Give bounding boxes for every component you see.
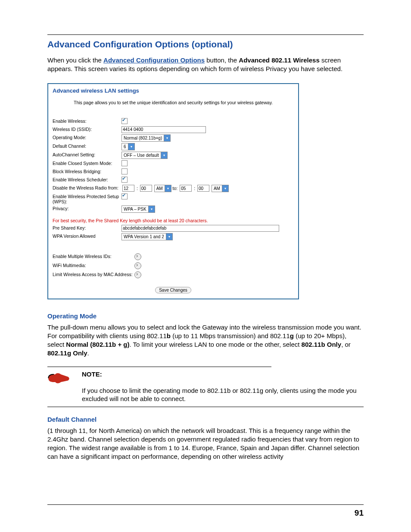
- block-bridging-checkbox[interactable]: [121, 168, 128, 174]
- to-min-input[interactable]: [197, 185, 209, 192]
- to-ampm-value: AM: [212, 186, 222, 191]
- to-label: to:: [173, 186, 178, 191]
- scheduler-checkbox[interactable]: [121, 177, 128, 183]
- label-psk: Pre Shared Key:: [53, 225, 121, 230]
- from-ampm-select[interactable]: AM ▾: [154, 185, 171, 192]
- panel-description: This page allows you to set the unique i…: [53, 100, 294, 105]
- operating-mode-select[interactable]: Normal (802.11b+g) ▾: [121, 134, 171, 142]
- label-default-channel: Default Channel:: [53, 143, 121, 149]
- intro-pre: When you click the: [47, 56, 103, 64]
- operating-mode-value: Normal (802.11b+g): [122, 136, 164, 140]
- label-operating-mode: Operating Mode:: [53, 134, 121, 140]
- privacy-select[interactable]: WPA – PSK ▾: [121, 205, 155, 213]
- from-min-input[interactable]: [140, 185, 152, 192]
- expand-multi-ssid-button[interactable]: [134, 253, 141, 260]
- enable-wireless-checkbox[interactable]: [121, 118, 128, 124]
- default-channel-select[interactable]: 6 ▾: [121, 143, 135, 150]
- privacy-value: WPA – PSK: [122, 207, 148, 212]
- page-number: 91: [355, 508, 364, 517]
- from-hour-input[interactable]: [122, 185, 134, 192]
- operating-mode-paragraph: The pull-down menu allows you to select …: [47, 323, 364, 358]
- label-wps: Enable Wireless Protected Setup (WPS):: [53, 193, 121, 204]
- autochannel-value: OFF – Use default: [122, 153, 161, 158]
- label-multi-ssid: Enable Multiple Wireless IDs:: [53, 253, 134, 259]
- note-text: If you choose to limit the operating mod…: [82, 386, 364, 403]
- chevron-down-icon: ▾: [222, 185, 228, 192]
- to-hour-input[interactable]: [180, 185, 192, 192]
- note-rule-top: [47, 367, 271, 367]
- note-block: NOTE: If you choose to limit the operati…: [47, 367, 364, 407]
- advanced-config-link[interactable]: Advanced Configuration Options: [103, 56, 205, 64]
- wpa-version-value: WPA Version 1 and 2: [122, 234, 166, 239]
- wps-checkbox[interactable]: [121, 193, 128, 199]
- label-wpa-version: WPA Version Allowed: [53, 233, 121, 239]
- expand-wmm-button[interactable]: [134, 262, 141, 269]
- note-rule-bottom: [47, 407, 364, 407]
- page-title: Advanced Configuration Options (optional…: [47, 39, 364, 50]
- autochannel-select[interactable]: OFF – Use default ▾: [121, 152, 168, 159]
- chevron-down-icon: ▾: [166, 233, 172, 240]
- label-mac-limit: Limit Wireless Access by MAC Address:: [53, 271, 134, 277]
- note-label: NOTE:: [82, 370, 364, 378]
- label-block-bridging: Block Wireless Bridging:: [53, 168, 121, 174]
- label-wmm: WiFi Multimedia:: [53, 262, 134, 268]
- ssid-input[interactable]: [121, 126, 206, 133]
- default-channel-paragraph: (1 through 11, for North America) on whi…: [47, 426, 364, 461]
- pointing-hand-icon: [47, 370, 82, 388]
- label-closed-system: Enable Closed System Mode:: [53, 160, 121, 166]
- settings-panel: Advanced wireless LAN settings This page…: [47, 83, 299, 299]
- intro-bold: Advanced 802.11 Wireless: [239, 56, 319, 64]
- chevron-down-icon: ▾: [148, 206, 155, 212]
- top-rule: [47, 34, 364, 35]
- chevron-down-icon: ▾: [165, 185, 171, 192]
- label-scheduler: Enable Wireless Scheduler:: [53, 177, 121, 182]
- save-changes-button[interactable]: Save Changes: [155, 287, 191, 293]
- psk-input[interactable]: [121, 225, 279, 232]
- expand-mac-limit-button[interactable]: [134, 271, 141, 278]
- closed-system-checkbox[interactable]: [121, 160, 128, 166]
- operating-mode-heading: Operating Mode: [47, 312, 364, 320]
- label-ssid: Wireless ID (SSID):: [53, 126, 121, 132]
- security-warning: For best security, the Pre Shared Key le…: [53, 218, 294, 223]
- page-footer: 91: [47, 504, 364, 518]
- default-channel-value: 6: [122, 144, 128, 149]
- panel-title: Advanced wireless LAN settings: [53, 87, 294, 94]
- label-enable-wireless: Enable Wireless:: [53, 118, 121, 124]
- intro-paragraph: When you click the Advanced Configuratio…: [47, 56, 364, 74]
- chevron-down-icon: ▾: [128, 143, 134, 150]
- from-ampm-value: AM: [155, 186, 165, 191]
- to-ampm-select[interactable]: AM ▾: [212, 185, 229, 192]
- intro-mid: button, the: [206, 56, 239, 64]
- label-privacy: Privacy:: [53, 205, 121, 211]
- default-channel-heading: Default Channel: [47, 416, 364, 423]
- wpa-version-select[interactable]: WPA Version 1 and 2 ▾: [121, 233, 173, 240]
- label-autochannel: AutoChannel Setting:: [53, 152, 121, 157]
- label-disable-radio: Disable the Wireless Radio from:: [53, 185, 121, 190]
- chevron-down-icon: ▾: [161, 152, 167, 159]
- chevron-down-icon: ▾: [164, 135, 170, 141]
